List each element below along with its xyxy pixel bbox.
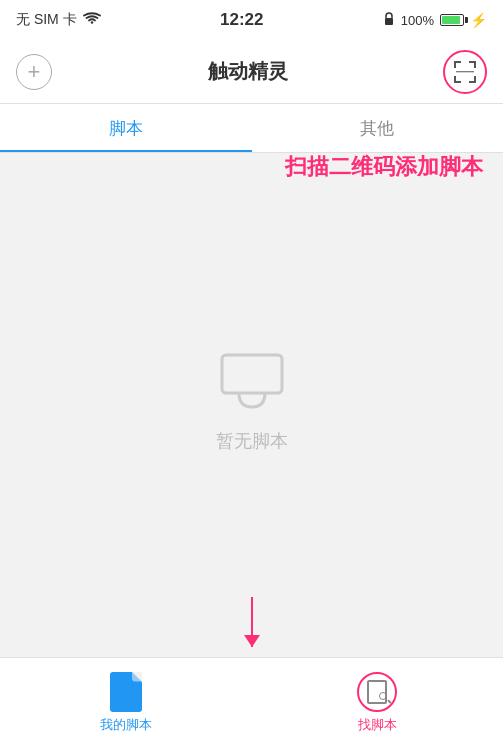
my-scripts-doc-icon (110, 672, 142, 712)
wifi-icon (83, 12, 101, 29)
bottom-tab-bar: 我的脚本 找脚本 (0, 657, 503, 747)
my-scripts-label: 我的脚本 (100, 716, 152, 734)
status-time: 12:22 (220, 10, 263, 30)
bottom-tab-find-scripts[interactable]: 找脚本 (252, 672, 504, 734)
top-tab-bar: 脚本 其他 (0, 104, 503, 153)
find-magnifier-icon (379, 692, 391, 704)
scan-qr-button[interactable] (443, 50, 487, 94)
plus-icon: + (28, 61, 41, 83)
find-scripts-icon (357, 672, 397, 712)
status-right: 100% ⚡ (383, 12, 487, 29)
empty-text: 暂无脚本 (216, 429, 288, 453)
empty-inbox-icon (217, 353, 287, 413)
status-bar: 无 SIM 卡 12:22 100% ⚡ (0, 0, 503, 40)
find-doc-inner-icon (367, 680, 387, 704)
battery-percent: 100% (401, 13, 434, 28)
find-scripts-label: 找脚本 (358, 716, 397, 734)
nav-bar: + 触动精灵 (0, 40, 503, 104)
add-button[interactable]: + (16, 54, 52, 90)
carrier-label: 无 SIM 卡 (16, 11, 77, 29)
svg-rect-0 (385, 18, 393, 25)
nav-title: 触动精灵 (208, 58, 288, 85)
tab-other-label: 其他 (360, 117, 394, 140)
charging-icon: ⚡ (470, 12, 487, 28)
status-left: 无 SIM 卡 (16, 11, 101, 29)
svg-rect-1 (222, 355, 282, 393)
tab-scripts-label: 脚本 (109, 117, 143, 140)
lock-icon (383, 12, 395, 29)
tab-scripts[interactable]: 脚本 (0, 104, 252, 152)
battery-icon (440, 14, 464, 26)
tab-other[interactable]: 其他 (252, 104, 504, 152)
scan-qr-icon (454, 61, 476, 83)
main-content: 暂无脚本 (0, 153, 503, 653)
bottom-tab-my-scripts[interactable]: 我的脚本 (0, 672, 252, 734)
